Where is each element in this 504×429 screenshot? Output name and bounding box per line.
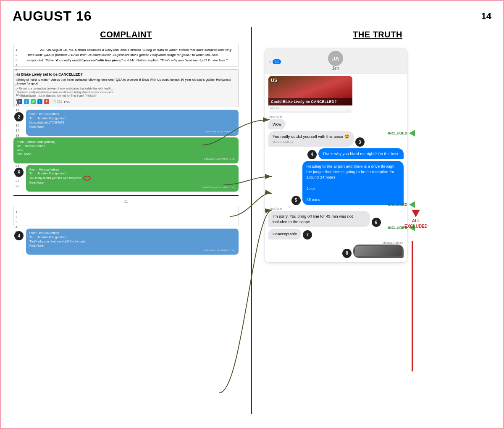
- preview-arrow: ›: [346, 107, 350, 113]
- green-arrow-1: [409, 130, 415, 137]
- msg-row-5: 5 Heading to the airport and there is a …: [268, 161, 404, 205]
- num-circle-2: 2: [14, 112, 24, 121]
- contact-avatar: JA: [328, 51, 343, 66]
- sender-label-jen-1: Jen Abel: [269, 115, 404, 118]
- article-screenshot: Is Blake Lively set to be CANCELLED? Str…: [13, 69, 239, 107]
- msg-row-wow: Wow: [268, 119, 404, 129]
- article-social: f t W t P 📋 151 ♥729: [17, 99, 235, 104]
- msg-row-7: Unacceptable 7: [268, 229, 404, 239]
- email-timestamp-x: 8/16/2024 per email (UTC+5): [29, 186, 235, 189]
- article-title: Is Blake Lively set to be CANCELLED?: [17, 72, 235, 76]
- image-placeholder: [355, 246, 402, 256]
- msg-row-8: 8: [268, 245, 404, 258]
- imessage-back[interactable]: ‹ 11: [269, 57, 281, 65]
- num-circle-5: 5: [291, 196, 301, 205]
- messages-area: US Could Blake Lively be CANCELLED? mol.…: [265, 74, 407, 262]
- num-circle-x: X: [14, 168, 24, 177]
- email-timestamp-4: 8/16/2024 1:45 PM (UTC+5): [29, 249, 235, 252]
- num-circle-4-left: 4: [14, 231, 24, 240]
- page-header: AUGUST 16 14: [1, 1, 503, 27]
- email-body-3: Wow: [17, 148, 235, 153]
- msg-unacceptable: Unacceptable: [268, 229, 301, 239]
- email-body-4: That's why you hired me right? I'm the b…: [29, 240, 235, 244]
- num-circle-3-right: 3: [355, 137, 365, 147]
- email-body-x: You really outdid yourself with this pie…: [29, 176, 235, 181]
- whatsapp-icon: W: [31, 99, 36, 104]
- article-body: • Remains a connection between it wny, a…: [17, 87, 235, 97]
- num-circle-4-right: 4: [307, 150, 317, 159]
- email-bubble-3: From: Jennifer Abel (partner) To: Meliss…: [13, 137, 239, 163]
- excluded-text: ALLEXCLUDED: [404, 218, 428, 229]
- email-3-wrapper: From: Jennifer Abel (partner) To: Meliss…: [1, 137, 251, 163]
- article-subtitle: String of 'hard to watch' videos that ha…: [17, 78, 235, 85]
- preview-us-text: US: [271, 78, 277, 83]
- msg-row-4: 4 That's why you hired me right? I'm the…: [268, 148, 404, 159]
- all-excluded-label: ALLEXCLUDED: [404, 210, 428, 229]
- red-down-arrow: [412, 210, 420, 217]
- contact-name: Jen: [332, 66, 339, 71]
- red-vertical-line: [412, 241, 413, 371]
- num-circle-7: 7: [303, 230, 312, 240]
- divider-page-num: 11: [1, 200, 251, 203]
- section-divider: [13, 195, 239, 196]
- telegram-icon: t: [37, 99, 42, 104]
- msg-row-link: US Could Blake Lively be CANCELLED? mol.…: [268, 76, 404, 113]
- msg-attr-3: Melissa Nathan: [273, 140, 349, 145]
- pinterest-icon: P: [44, 99, 49, 104]
- green-arrow-2: [409, 201, 415, 208]
- email-to-x: To: Jennifer Abel (partner): [29, 171, 235, 176]
- like-count: 📋 151: [52, 100, 62, 103]
- email-timestamp-3: 8/16/2024 1:00 PM (UTC+5): [17, 157, 235, 161]
- page-number: 14: [481, 11, 491, 22]
- msg-wow: Wow: [268, 119, 286, 129]
- email-from-row: From: Melissa Nathan: [29, 112, 235, 116]
- included-text-2: INCLUDED: [388, 203, 408, 207]
- two-column-layout: COMPLAINT 12345678910 111213141516171819…: [1, 27, 503, 414]
- complaint-doc-upper: 12345678910 11121314151617181920 2122232…: [13, 44, 239, 67]
- num-circle-6: 6: [372, 218, 381, 227]
- complaint-column: COMPLAINT 12345678910 111213141516171819…: [1, 27, 252, 414]
- included-label-2: INCLUDED: [388, 201, 415, 208]
- red-circle-annotation: [83, 176, 91, 181]
- email-fwd-3: Fwd: None: [17, 152, 235, 156]
- email-2-wrapper: 2 From: Melissa Nathan To: Jennifer Abel…: [1, 110, 251, 136]
- doc-lower-content: [27, 210, 232, 222]
- link-preview-title: Could Blake Lively be CANCELLED?: [268, 98, 352, 105]
- msg-row-6: I'm sorry. You bring off line for 45 min…: [268, 211, 404, 227]
- message-badge: 11: [273, 59, 281, 64]
- email-link: https://dail.im/p/T7AEF6T3: [29, 121, 235, 125]
- twitter-icon: t: [24, 99, 29, 104]
- included-label-1: INCLUDED: [388, 130, 415, 137]
- email-fwd: Fwd: None: [29, 125, 235, 129]
- email-timestamp-2: 8/16/2024 12:39 PM (UTC): [29, 130, 235, 133]
- num-circle-8: 8: [342, 249, 352, 258]
- included-text-1: INCLUDED: [388, 131, 408, 135]
- truth-content: ‹ 11 JA Jen: [252, 48, 503, 263]
- truth-column: THE TRUTH ‹ 11 JA Jen: [252, 27, 503, 414]
- email-from-x: From: Melissa Nathan: [29, 168, 235, 172]
- email-4-wrapper: 4 From: Melissa Nathan To: Jennifer Abel…: [1, 229, 251, 255]
- link-preview-bubble: US Could Blake Lively be CANCELLED? mol.…: [268, 76, 352, 113]
- link-preview-image: US Could Blake Lively be CANCELLED?: [268, 76, 352, 105]
- sender-label-melissa: Melissa Nathan: [268, 241, 403, 244]
- email-from-3: From: Jennifer Abel (partner): [17, 140, 235, 144]
- email-bubble-2: From: Melissa Nathan To: Jennifer Abel (…: [26, 110, 239, 136]
- msg-airport: Heading to the airport and there is a dr…: [302, 161, 404, 205]
- msg-row-3: You really outdid yourself with this pie…: [268, 131, 404, 147]
- email-to-4: To: Jennifer Abel (partner): [29, 235, 235, 240]
- complaint-doc-lower: 12345: [13, 206, 239, 226]
- link-preview-url: mol.im ›: [268, 105, 352, 111]
- contact-info: JA Jen: [284, 51, 387, 71]
- msg-outdid: You really outdid yourself with this pie…: [268, 131, 354, 147]
- email-fwd-x: Fwd: None: [29, 181, 235, 185]
- imessage-ui: ‹ 11 JA Jen: [265, 48, 407, 263]
- msg-sorry: I'm sorry. You bring off line for 45 min…: [268, 211, 370, 227]
- truth-title: THE TRUTH: [252, 27, 503, 44]
- share-count: ♥729: [64, 100, 71, 103]
- doc-text: 23. On August 16, Ms. Nathan circulated …: [27, 47, 232, 63]
- email-bubble-x: From: Melissa Nathan To: Jennifer Abel (…: [26, 165, 239, 192]
- msg-image-thumb: [353, 245, 404, 258]
- email-from-4: From: Melissa Nathan: [29, 231, 235, 235]
- email-to: To: Jennifer Abel (partner): [29, 116, 235, 121]
- email-bubble-4: From: Melissa Nathan To: Jennifer Abel (…: [26, 229, 239, 255]
